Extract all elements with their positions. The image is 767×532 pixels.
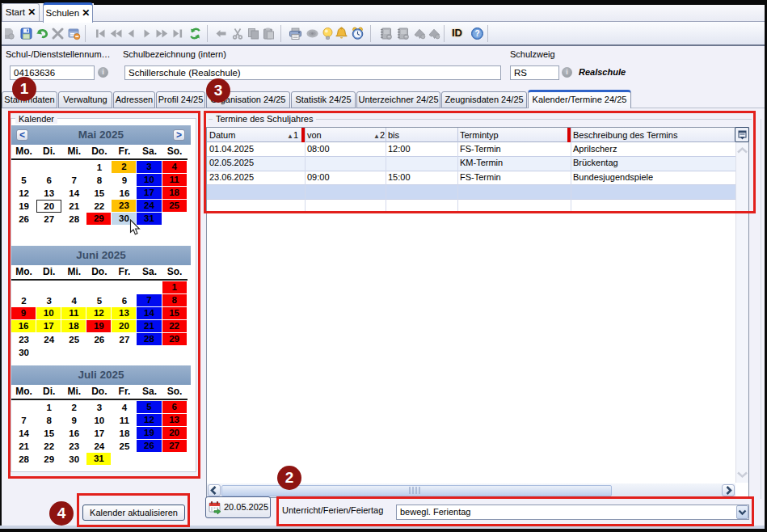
svg-text:?: ? bbox=[474, 29, 479, 38]
